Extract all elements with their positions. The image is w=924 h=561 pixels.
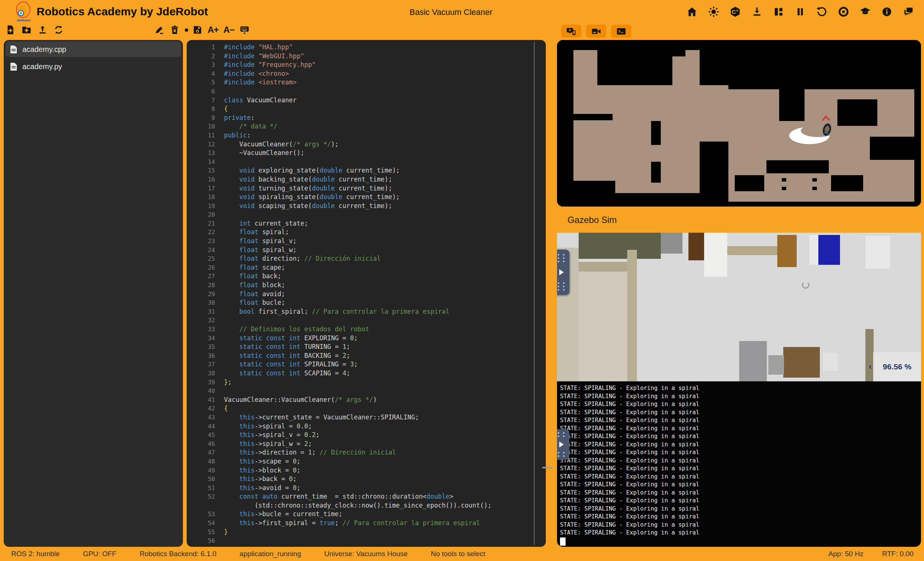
- code-line: 41VacuumCleaner::VacuumCleaner(/* args *…: [187, 396, 546, 405]
- code-line: 51 this->avoid = 0;: [187, 484, 546, 493]
- code-line: 29 float avoid;: [187, 290, 546, 299]
- save-icon[interactable]: [192, 25, 203, 35]
- console-line: STATE: SPIRALING - Exploring in a spiral: [560, 409, 918, 417]
- reset-icon[interactable]: [816, 6, 828, 18]
- code-line: 54 this->first_spiral = true; // Para co…: [187, 519, 546, 528]
- file-actions: [5, 25, 64, 35]
- record-stop-icon[interactable]: [838, 6, 849, 18]
- code-line: 35 static const int TURNING = 1;: [187, 343, 546, 352]
- file-icon: [10, 45, 17, 54]
- code-line: 36 static const int BACKING = 2;: [187, 352, 546, 361]
- code-lines: 1#include "HAL.hpp"2#include "WebGUI.hpp…: [187, 43, 546, 545]
- file-item-academy-py[interactable]: academy.py: [6, 59, 181, 74]
- new-folder-icon[interactable]: [21, 25, 32, 35]
- collapse-chevron[interactable]: ‹: [869, 361, 872, 371]
- cpp-language-icon[interactable]: C+: [729, 6, 741, 18]
- code-line: 55}: [187, 528, 546, 537]
- font-decrease-button[interactable]: A−: [223, 25, 234, 35]
- console-drawer-handle[interactable]: [557, 429, 569, 460]
- code-line: (std::chrono::steady_clock::now().time_s…: [187, 501, 546, 510]
- download-icon[interactable]: [751, 6, 763, 18]
- console-lines: STATE: SPIRALING - Exploring in a spiral…: [560, 384, 918, 546]
- expand-arrow-icon: [559, 441, 564, 447]
- sim-toolbar: [561, 25, 631, 38]
- code-line: 19 void scaping_state(double current_tim…: [187, 202, 546, 211]
- sim-percentage: 96.56 %: [882, 362, 911, 371]
- info-icon[interactable]: [881, 6, 892, 18]
- console-line: STATE: SPIRALING - Exploring in a spiral: [560, 384, 918, 393]
- gz-fridge: [866, 236, 890, 269]
- console-line: STATE: SPIRALING - Exploring in a spiral: [560, 425, 918, 433]
- code-line: 14: [187, 158, 546, 167]
- code-line: 24 float spiral_w;: [187, 246, 546, 255]
- sync-icon[interactable]: [53, 25, 64, 35]
- file-icon: [10, 62, 17, 71]
- code-line: 43 this->current_state = VacuumCleaner::…: [187, 413, 546, 422]
- font-increase-button[interactable]: A+: [208, 25, 218, 35]
- upload-icon[interactable]: [38, 25, 48, 35]
- terminal-button[interactable]: [611, 25, 631, 38]
- home-icon[interactable]: [686, 6, 698, 18]
- education-icon[interactable]: [860, 6, 871, 18]
- app-window: JdeRobot Robotics Academy by JdeRobot Ba…: [0, 0, 924, 561]
- code-line: 40: [187, 387, 546, 396]
- forum-icon[interactable]: [903, 6, 914, 18]
- status-right: App: 50 HzRTF: 0.00: [828, 550, 924, 558]
- console-line: STATE: SPIRALING - Exploring in a spiral: [560, 497, 918, 505]
- edit-icon[interactable]: [154, 25, 165, 35]
- keyboard-icon[interactable]: [239, 25, 250, 35]
- vacuum-map-view[interactable]: [557, 40, 921, 206]
- code-line: 49 this->block = 0;: [187, 466, 546, 475]
- file-browser: academy.cpp academy.py: [4, 40, 183, 547]
- code-line: 30 float bucle;: [187, 298, 546, 307]
- code-line: 10 /* data */: [187, 122, 546, 131]
- record-video-button[interactable]: [586, 25, 606, 38]
- console-line: STATE: SPIRALING - Exploring in a spiral: [560, 505, 918, 513]
- rtf-plate: 96.56 %: [873, 352, 921, 381]
- code-line: 53 this->bucle = current_time;: [187, 510, 546, 519]
- unsaved-dot-icon: [185, 29, 188, 32]
- console-line: STATE: SPIRALING - Exploring in a spiral: [560, 529, 918, 537]
- console-output[interactable]: STATE: SPIRALING - Exploring in a spiral…: [557, 381, 921, 547]
- gazebo-drawer-handle[interactable]: [557, 250, 569, 295]
- code-line: 7class VacuumCleaner: [187, 96, 546, 105]
- code-editor[interactable]: 1#include "HAL.hpp"2#include "WebGUI.hpp…: [187, 40, 546, 547]
- code-line: 3#include "Frequency.hpp": [187, 60, 546, 69]
- pause-icon[interactable]: [795, 6, 806, 18]
- device-preview-button[interactable]: [561, 25, 581, 38]
- code-line: 37 static const int SPIRALING = 3;: [187, 360, 546, 369]
- code-line: 18 void spiraling_state(double current_t…: [187, 193, 546, 202]
- code-line: 20: [187, 210, 546, 219]
- gz-wardrobe: [777, 235, 797, 267]
- gazebo-sim-label: Gazebo Sim: [567, 215, 617, 225]
- editor-scrollbar[interactable]: [534, 42, 535, 545]
- code-line: 27 float back;: [187, 272, 546, 281]
- gazebo-render[interactable]: 96.56 % ‹: [557, 233, 921, 381]
- code-line: 21 int current_state;: [187, 219, 546, 228]
- console-line: STATE: SPIRALING - Exploring in a spiral: [560, 521, 918, 529]
- status-item: Robotics Backend: 6.1.0: [140, 550, 216, 558]
- header-nav: C+: [686, 6, 914, 18]
- delete-icon[interactable]: [170, 25, 180, 35]
- code-line: 1#include "HAL.hpp": [187, 43, 546, 52]
- editor-toolbar: A+ A−: [0, 23, 924, 40]
- file-name: academy.cpp: [22, 45, 66, 54]
- code-line: 39};: [187, 378, 546, 387]
- panel-resize-handle[interactable]: [542, 467, 552, 468]
- status-item: App: 50 Hz: [828, 550, 864, 558]
- code-line: 47 this->direction = 1; // Dirección ini…: [187, 448, 546, 457]
- code-line: 8{: [187, 105, 546, 114]
- gz-wall: [579, 233, 661, 259]
- new-file-icon[interactable]: [5, 25, 16, 35]
- code-line: 28 float block;: [187, 281, 546, 290]
- theme-light-icon[interactable]: [708, 6, 719, 18]
- console-line: STATE: SPIRALING - Exploring in a spiral: [560, 457, 918, 465]
- status-item: No tools to select: [431, 550, 485, 558]
- code-line: 22 float spiral;: [187, 228, 546, 237]
- apps-grid-icon[interactable]: [773, 6, 784, 18]
- file-item-academy-cpp[interactable]: academy.cpp: [6, 41, 181, 57]
- code-line: 2#include "WebGUI.hpp": [187, 52, 546, 61]
- gz-cabinet-blue: [818, 235, 840, 265]
- console-line: STATE: SPIRALING - Exploring in a spiral: [560, 448, 918, 457]
- jderobot-logo: JdeRobot: [14, 2, 34, 23]
